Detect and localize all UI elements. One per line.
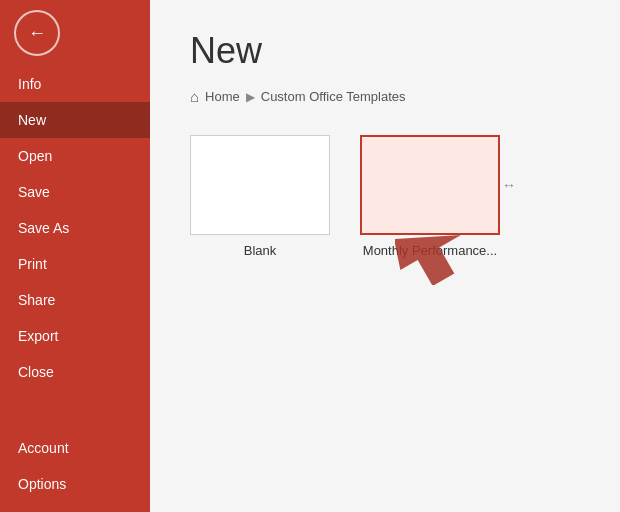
- breadcrumb-current: Custom Office Templates: [261, 89, 406, 104]
- sidebar-item-export[interactable]: Export: [0, 318, 150, 354]
- template-blank[interactable]: Blank: [190, 135, 330, 258]
- sidebar-item-close-label: Close: [18, 364, 54, 380]
- arrow-pointer: [395, 215, 475, 289]
- home-icon: ⌂: [190, 88, 199, 105]
- main-content: New ⌂ Home ▶ Custom Office Templates Bla…: [150, 0, 620, 512]
- template-blank-label: Blank: [244, 243, 277, 258]
- sidebar-item-print[interactable]: Print: [0, 246, 150, 282]
- sidebar-item-save-label: Save: [18, 184, 50, 200]
- sidebar-item-new-label: New: [18, 112, 46, 128]
- pin-icon[interactable]: ↔: [502, 177, 516, 193]
- back-button[interactable]: ←: [14, 10, 60, 56]
- sidebar-item-info-label: Info: [18, 76, 41, 92]
- sidebar-item-share-label: Share: [18, 292, 55, 308]
- sidebar-item-options[interactable]: Options: [0, 466, 150, 502]
- breadcrumb-home-link[interactable]: Home: [205, 89, 240, 104]
- sidebar-item-print-label: Print: [18, 256, 47, 272]
- sidebar-item-account-label: Account: [18, 440, 69, 456]
- sidebar-item-open-label: Open: [18, 148, 52, 164]
- page-title: New: [190, 30, 580, 72]
- sidebar-item-account[interactable]: Account: [0, 430, 150, 466]
- sidebar-item-open[interactable]: Open: [0, 138, 150, 174]
- templates-grid: Blank ↔ Monthly Performance...: [190, 135, 580, 258]
- sidebar-bottom: Account Options: [0, 430, 150, 512]
- sidebar-item-new[interactable]: New: [0, 102, 150, 138]
- sidebar-item-share[interactable]: Share: [0, 282, 150, 318]
- sidebar-item-close[interactable]: Close: [0, 354, 150, 390]
- sidebar-item-save[interactable]: Save: [0, 174, 150, 210]
- back-arrow-icon: ←: [28, 23, 46, 44]
- sidebar: ← Info New Open Save Save As Print Share…: [0, 0, 150, 512]
- sidebar-item-export-label: Export: [18, 328, 58, 344]
- sidebar-item-options-label: Options: [18, 476, 66, 492]
- sidebar-item-info[interactable]: Info: [0, 66, 150, 102]
- breadcrumb: ⌂ Home ▶ Custom Office Templates: [190, 88, 580, 105]
- sidebar-spacer: [0, 390, 150, 430]
- sidebar-item-save-as[interactable]: Save As: [0, 210, 150, 246]
- breadcrumb-separator: ▶: [246, 90, 255, 104]
- svg-marker-0: [395, 215, 475, 285]
- template-blank-thumbnail: [190, 135, 330, 235]
- sidebar-item-save-as-label: Save As: [18, 220, 69, 236]
